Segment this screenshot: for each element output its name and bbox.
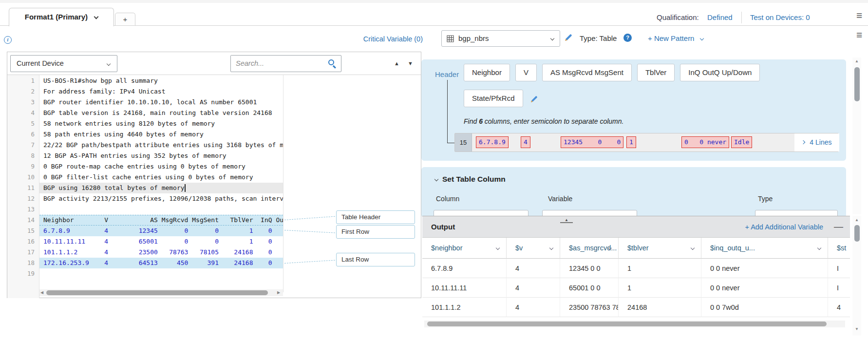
scroll-left-icon[interactable]: ◀	[40, 291, 43, 295]
collapse-handle[interactable]: ▲	[560, 218, 573, 223]
output-column-tblver[interactable]: $tblver	[619, 238, 701, 259]
chevron-down-icon[interactable]	[94, 15, 99, 19]
search-prev-button[interactable]: ▲	[394, 61, 399, 66]
column-header-label: $inq_outq_u...	[710, 244, 755, 252]
cell-inq-outq: 0 0 7w0d	[701, 298, 828, 317]
code-line: US-BOS-R1#show bgp all summary	[43, 76, 158, 86]
cell-tblver: 1	[619, 278, 701, 298]
variable-dropdown[interactable]: bgp_nbrs	[441, 30, 560, 47]
pattern-menu-icon[interactable]: ≡	[856, 30, 862, 40]
text-cursor	[185, 184, 186, 192]
pattern-segment-tblver[interactable]: 1	[626, 136, 636, 148]
variable-label: Variable	[548, 195, 572, 203]
expand-lines-link[interactable]: 4 Lines	[794, 133, 839, 151]
set-table-column-section: Set Table Column Column Variable Type	[421, 167, 846, 218]
code-line: 22/22 BGP path/bestpath attribute entrie…	[43, 140, 283, 151]
cell-state: I	[828, 259, 850, 278]
editor-hscrollbar[interactable]: ◀ ▶	[39, 289, 283, 296]
scroll-up-icon[interactable]: ▲	[855, 218, 859, 222]
device-dropdown[interactable]: Current Device	[10, 55, 117, 72]
header-chip-neighbor[interactable]: Neighbor	[464, 64, 510, 81]
editor-hscrollbar-thumb[interactable]	[46, 290, 268, 295]
output-column-inq-outq[interactable]: $inq_outq_u...	[701, 238, 828, 259]
type-label-2: Type	[758, 195, 773, 203]
header-row-label: Header	[435, 70, 459, 78]
code-line: For address family: IPv4 Unicast	[43, 86, 165, 97]
add-additional-variable-link[interactable]: + Add Additional Variable	[745, 216, 823, 238]
search-icon[interactable]	[328, 59, 334, 65]
line-number: 13	[7, 204, 35, 215]
pattern-segment-neighbor[interactable]: 6.7.8.9	[476, 136, 509, 148]
edit-variable-pencil-icon[interactable]	[564, 33, 573, 44]
code-line-table-row: 172.16.253.9 4 64513 450 391 24168 0 0 7…	[43, 258, 283, 268]
output-hscrollbar-thumb[interactable]	[427, 321, 827, 326]
pattern-vscrollbar-thumb[interactable]	[854, 67, 860, 101]
code-line: BGP table version is 24168, main routing…	[43, 108, 272, 118]
pattern-segment-inq-outq-updown[interactable]: 0 0 never	[681, 136, 729, 148]
cell-state: 4	[828, 298, 850, 317]
info-icon[interactable]: i	[4, 36, 12, 44]
output-column-state[interactable]: $st	[828, 238, 850, 259]
cell-neighbor: 6.7.8.9	[422, 259, 507, 278]
output-row[interactable]: 101.1.1.2 4 23500 78763 78... 24168 0 0 …	[422, 298, 850, 317]
code-editor[interactable]: US-BOS-R1#show bgp all summary For addre…	[39, 75, 283, 292]
cell-as-msgrcvd: 23500 78763 78...	[560, 298, 619, 317]
pattern-segment-as-msgrcvd-msgsent[interactable]: 12345 0 0	[561, 136, 623, 148]
header-chip-tblver[interactable]: TblVer	[637, 64, 675, 81]
header-chip-v[interactable]: V	[515, 64, 537, 81]
test-on-devices-link[interactable]: Test on Devices: 0	[750, 13, 810, 21]
search-box	[230, 55, 341, 72]
header-chip-as-msgrcvd-msgsent[interactable]: AS MsgRcvd MsgSent	[542, 64, 632, 81]
scroll-up-icon[interactable]: ▲	[855, 59, 859, 63]
top-menu-icon[interactable]: ≡	[856, 11, 862, 20]
table-grid-icon	[447, 35, 454, 44]
scroll-right-icon[interactable]: ▶	[277, 291, 280, 295]
output-header-bar: ▲ Output + Add Additional Variable —	[422, 216, 850, 238]
cell-tblver: 1	[619, 259, 701, 278]
header-separator	[741, 12, 742, 23]
pattern-segment-state[interactable]: Idle	[731, 136, 752, 148]
line-number: 18	[7, 258, 35, 268]
edit-header-pencil-icon[interactable]	[530, 95, 538, 105]
critical-variable-link[interactable]: Critical Variable (0)	[312, 35, 423, 43]
code-line: 0 BGP filter-list cache entries using 0 …	[43, 172, 253, 183]
add-tab-button[interactable]: +	[115, 13, 135, 26]
column-header-label: $neighbor	[431, 244, 463, 252]
output-row[interactable]: 6.7.8.9 4 12345 0 0 1 0 0 never I	[422, 259, 850, 278]
code-line: 12 BGP AS-PATH entries using 352 bytes o…	[43, 151, 226, 161]
output-column-neighbor[interactable]: $neighbor	[422, 238, 507, 259]
search-next-button[interactable]: ▼	[408, 61, 413, 66]
scroll-down-icon[interactable]: ▼	[855, 327, 859, 331]
output-column-v[interactable]: $v	[507, 238, 560, 259]
line-number: 1	[7, 76, 35, 86]
pattern-segment-v[interactable]: 4	[521, 136, 530, 148]
minimize-output-button[interactable]: —	[834, 216, 843, 237]
output-title: Output	[431, 216, 455, 238]
header-chips-row: Neighbor V AS MsgRcvd MsgSent TblVer InQ…	[464, 64, 760, 81]
pattern-header-section: Header Neighbor V AS MsgRcvd MsgSent Tbl…	[421, 59, 846, 161]
tab-format1-primary[interactable]: Format1 (Primary)	[9, 8, 114, 26]
code-line-table-row: 10.11.11.11 4 65001 0 0 1 0 0 never Idle	[43, 236, 283, 247]
output-vscrollbar-thumb[interactable]	[854, 225, 860, 242]
qualification-value-link[interactable]: Defined	[707, 13, 733, 21]
cell-neighbor: 10.11.11.11	[422, 278, 507, 298]
header-chip-state-pfxrcd[interactable]: State/PfxRcd	[464, 90, 523, 107]
chevron-down-icon	[496, 246, 500, 250]
new-pattern-link[interactable]: + New Pattern	[648, 34, 703, 42]
help-icon[interactable]: ?	[623, 34, 632, 42]
header-connector-vline	[447, 80, 448, 143]
set-table-column-header[interactable]: Set Table Column	[435, 175, 506, 184]
output-column-as-msgrcvd[interactable]: $as_msgrcvd...	[560, 238, 619, 259]
tab-format1-label: Format1 (Primary)	[25, 13, 88, 21]
column-header-label: $st	[837, 244, 846, 252]
first-row-annotation: First Row	[336, 225, 415, 239]
table-header-annotation: Table Header	[336, 210, 415, 224]
search-input[interactable]	[231, 56, 323, 71]
header-chip-inq-outq-updown[interactable]: InQ OutQ Up/Down	[680, 64, 760, 81]
output-hscrollbar[interactable]	[424, 321, 845, 327]
output-row[interactable]: 10.11.11.11 4 65001 0 0 1 0 0 never I	[422, 278, 850, 298]
set-table-column-title: Set Table Column	[442, 175, 506, 183]
pattern-row-body[interactable]: 6.7.8.9 4 12345 0 0 1 0 0 never Idle	[472, 133, 794, 151]
add-tab-label: +	[123, 15, 128, 23]
lines-count-label: 4 Lines	[810, 138, 831, 146]
